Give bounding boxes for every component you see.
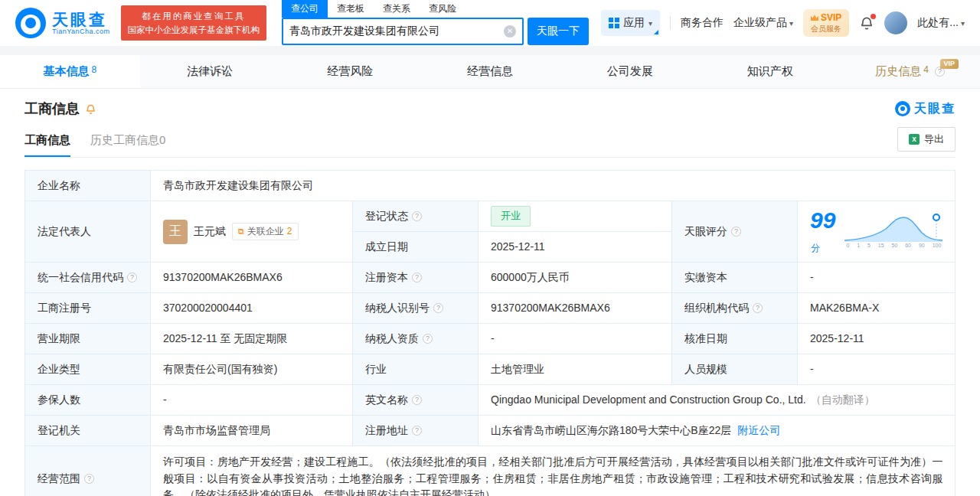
help-icon[interactable]	[127, 272, 137, 282]
help-icon[interactable]	[433, 303, 443, 313]
divider	[670, 16, 671, 30]
label-text: 行业	[365, 361, 387, 378]
field-label: 纳税人识别号	[353, 293, 478, 323]
related-companies-tag[interactable]: ⧉ 关联企业 2	[232, 223, 299, 240]
search-tab-company[interactable]: 查公司	[282, 0, 328, 18]
auto-translate-note: （自动翻译）	[811, 392, 875, 409]
label-text: 纳税人识别号	[365, 300, 430, 317]
tab-label: 经营风险	[327, 64, 373, 79]
help-icon[interactable]	[84, 474, 94, 484]
help-icon[interactable]	[753, 303, 763, 313]
notification-bell-icon[interactable]	[859, 15, 874, 31]
value-text: 91370200MAK26BMAX6	[491, 300, 610, 317]
legal-rep-name[interactable]: 王元斌	[194, 224, 226, 240]
help-icon[interactable]	[412, 426, 422, 436]
label-text: 登记机关	[38, 423, 80, 439]
taxpayer-id-value: 91370200MAK26BMAX6	[479, 293, 671, 323]
reg-status-value: 开业	[479, 201, 671, 231]
help-icon[interactable]	[423, 334, 433, 344]
tab-label: 历史信息	[875, 64, 921, 79]
user-menu[interactable]: 此处有...	[917, 16, 965, 30]
label-text: 核准日期	[684, 331, 727, 348]
label-text: 成立日期	[365, 239, 408, 256]
label-text: 登记状态	[365, 208, 408, 225]
tianyancha-logo[interactable]: 天眼查 TianYanCha.com	[15, 8, 110, 38]
establish-date-value: 2025-12-11	[479, 232, 671, 262]
field-label: 英文名称	[353, 385, 478, 415]
help-icon[interactable]	[412, 395, 422, 405]
tianyan-score-value[interactable]: 99分 01515506090100	[798, 201, 955, 262]
help-icon[interactable]	[412, 211, 422, 221]
field-label: 成立日期	[353, 232, 478, 262]
tianyancha-logo-icon	[895, 101, 910, 116]
tab-operation-risk[interactable]: 经营风险	[280, 55, 420, 88]
user-avatar[interactable]	[884, 11, 907, 34]
legal-rep-avatar[interactable]: 王	[163, 220, 188, 244]
label-text: 统一社会信用代码	[38, 269, 123, 286]
export-button[interactable]: 导出	[897, 127, 956, 152]
label-text: 企业名称	[38, 178, 80, 194]
related-count: 2	[287, 224, 292, 239]
search-tab-relation[interactable]: 查关系	[374, 0, 420, 18]
tab-company-development[interactable]: 公司发展	[560, 55, 700, 88]
credit-code-value: 91370200MAK26BMAX6	[151, 263, 352, 292]
subtab-history-business-info[interactable]: 历史工商信息0	[90, 133, 165, 157]
label-text: 注册地址	[365, 423, 408, 439]
reg-address-value: 山东省青岛市崂山区海尔路180号大荣中心B座22层附近公司	[479, 416, 955, 445]
paid-capital-value: -	[798, 263, 955, 292]
svip-membership-button[interactable]: SVIP 会员服务	[803, 9, 849, 37]
label-text: 天眼评分	[684, 224, 727, 240]
tab-basic-info[interactable]: 基本信息 8	[0, 55, 140, 88]
subtab-row: 工商信息 历史工商信息0 导出	[24, 127, 956, 158]
field-label: 登记状态	[353, 201, 478, 231]
value-text: 2025-12-11 至 无固定期限	[163, 331, 287, 348]
value-text: 土地管理业	[491, 361, 544, 378]
search-button[interactable]: 天眼一下	[528, 18, 589, 45]
apps-grid-icon	[609, 18, 619, 28]
field-label: 企业名称	[25, 171, 150, 201]
search-tab-boss[interactable]: 查老板	[328, 0, 374, 18]
field-label: 法定代表人	[25, 201, 150, 262]
field-label: 经营范围	[25, 446, 150, 496]
industry-value: 土地管理业	[479, 354, 671, 384]
value-text: 2025-12-11	[810, 331, 864, 348]
brand-name: 天眼查	[52, 11, 110, 28]
section-title-row: 工商信息	[24, 100, 96, 118]
value-text: -	[810, 361, 814, 378]
apps-menu[interactable]: 应用	[601, 10, 660, 36]
field-label: 企业类型	[25, 354, 150, 384]
label-text: 经营范围	[38, 471, 80, 488]
tab-intellectual-property[interactable]: 知识产权	[700, 55, 840, 88]
export-label: 导出	[924, 132, 944, 146]
link-icon: ⧉	[238, 225, 244, 238]
tab-legal-proceedings[interactable]: 法律诉讼	[140, 55, 280, 88]
clear-search-icon[interactable]	[504, 25, 516, 38]
label-text: 实缴资本	[684, 269, 727, 286]
tab-label: 法律诉讼	[187, 64, 233, 79]
insured-count-value: -	[151, 385, 352, 415]
tab-label: 基本信息	[44, 64, 90, 79]
search-input[interactable]	[289, 25, 504, 38]
value-text: -	[163, 392, 167, 409]
menu-cooperation[interactable]: 商务合作	[681, 16, 724, 30]
tab-count: 8	[92, 64, 97, 75]
field-label: 注册地址	[353, 416, 478, 445]
subtab-business-info[interactable]: 工商信息	[24, 133, 70, 157]
nearby-companies-link[interactable]: 附近公司	[737, 423, 780, 439]
label-text: 英文名称	[365, 392, 408, 409]
subtabs: 工商信息 历史工商信息0	[24, 133, 165, 157]
subscribe-bell-icon[interactable]	[85, 103, 96, 115]
help-icon[interactable]	[412, 272, 422, 282]
chevron-down-icon	[789, 19, 793, 28]
value-text: 370200020004401	[163, 300, 253, 317]
org-code-value: MAK26BMA-X	[798, 293, 955, 323]
score-pin-icon	[933, 214, 939, 220]
tianyancha-logo-icon	[15, 8, 46, 38]
logo-text: 天眼查 TianYanCha.com	[52, 11, 110, 36]
help-icon[interactable]	[731, 227, 741, 237]
menu-enterprise-products[interactable]: 企业级产品	[733, 16, 793, 30]
tab-operation-info[interactable]: 经营信息	[420, 55, 560, 88]
tab-history-info[interactable]: VIP 历史信息 4	[840, 55, 980, 88]
label-text: 营业期限	[38, 331, 80, 348]
search-tab-risk[interactable]: 查风险	[420, 0, 466, 18]
